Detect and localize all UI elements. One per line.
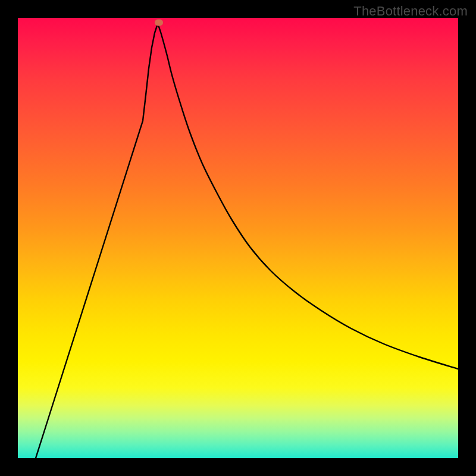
plot-area: [18, 18, 458, 458]
curve-layer: [18, 18, 458, 458]
minimum-marker: [155, 20, 163, 26]
watermark-text: TheBottleneck.com: [353, 4, 468, 19]
bottleneck-curve: [36, 24, 458, 458]
chart-frame: TheBottleneck.com: [0, 0, 476, 476]
